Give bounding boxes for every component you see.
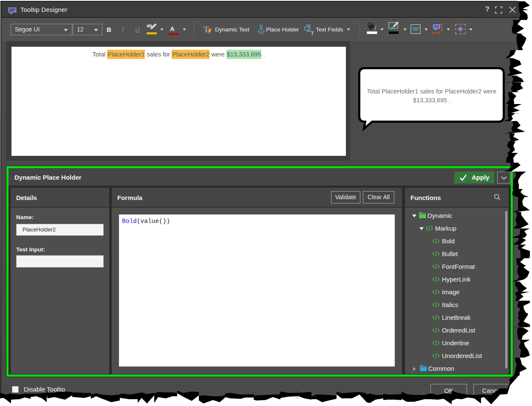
svg-text:Total PlaceHolder1 sales for P: Total PlaceHolder1 sales for PlaceHolder… bbox=[367, 88, 497, 95]
svg-text:$13,333,695 .: $13,333,695 . bbox=[413, 97, 450, 104]
svg-text:T: T bbox=[203, 24, 209, 34]
svg-text:T: T bbox=[311, 30, 314, 35]
